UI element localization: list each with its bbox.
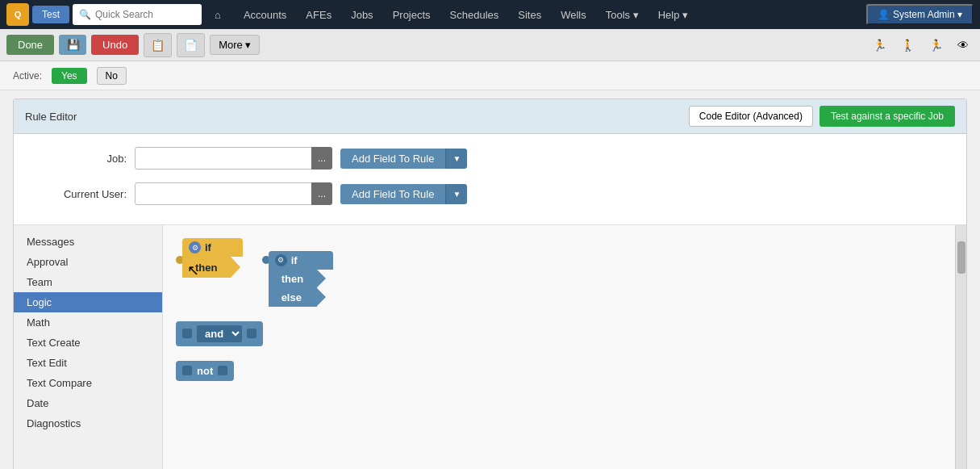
save-button[interactable]: 💾 [59,35,86,55]
test-tab[interactable]: Test [32,6,69,23]
category-logic[interactable]: Logic [14,292,162,312]
user-menu-button[interactable]: 👤 System Admin ▾ [866,4,974,25]
main-content: Rule Editor Code Editor (Advanced) Test … [0,90,980,469]
if-then-block-1[interactable]: ⚙ if then [176,238,243,278]
more-dropdown-button[interactable]: More ▾ [210,35,260,55]
active-label: Active: [13,70,42,82]
and-left-connector [182,329,192,338]
current-user-field-row: Current User: ... Add Field To Rule ▼ [30,182,950,205]
job-field-row: Job: ... Add Field To Rule ▼ [30,147,950,170]
nav-link-jobs[interactable]: Jobs [341,0,382,29]
and-select[interactable]: and or [197,325,242,342]
nav-link-accounts[interactable]: Accounts [234,0,296,29]
chevron-down-icon-2: ▼ [452,190,461,199]
save-icon: 💾 [67,39,80,51]
eye-icon: 👁 [957,39,969,52]
then-text-2: then [281,273,303,285]
and-right-connector [247,329,256,338]
test-job-button[interactable]: Test against a specific Job [819,106,955,127]
and-block[interactable]: and or [176,321,942,346]
category-text-create[interactable]: Text Create [14,333,162,353]
chevron-down-icon: ▼ [452,154,461,163]
block-editor-area: Messages Approval Team Logic Math Text C… [14,224,966,469]
paste-button[interactable]: 📄 [177,33,205,57]
nav-link-sites[interactable]: Sites [508,0,551,29]
active-yes-button[interactable]: Yes [52,68,87,84]
app-logo[interactable]: Q [6,3,29,26]
toolbar-icon-btn-1[interactable]: 🏃 [868,35,891,55]
gear-icon-1: ⚙ [189,241,201,253]
category-team[interactable]: Team [14,272,162,292]
category-text-compare[interactable]: Text Compare [14,373,162,393]
scrollbar-thumb[interactable] [957,241,965,274]
done-button[interactable]: Done [6,35,54,55]
category-math[interactable]: Math [14,312,162,333]
current-user-input-group: ... [135,182,332,205]
job-add-field-dropdown[interactable]: ▼ [445,149,467,169]
paste-icon: 📄 [184,39,198,52]
runner-icon-1: 🏃 [873,39,886,52]
job-input-group: ... [135,147,332,170]
category-approval[interactable]: Approval [14,252,162,272]
toolbar: Done 💾 Undo 📋 📄 More ▾ 🏃 🚶 🏃 👁 [0,29,980,61]
top-navigation: Q Test 🔍 ⌂ Accounts AFEs Jobs Projects S… [0,0,980,29]
gear-icon-2: ⚙ [275,254,287,266]
runner-icon-2: 🚶 [901,39,915,52]
fields-section: Job: ... Add Field To Rule ▼ Current Use… [14,134,966,224]
current-user-dots-button[interactable]: ... [311,182,332,205]
rule-editor-panel: Rule Editor Code Editor (Advanced) Test … [13,98,967,469]
else-text: else [281,291,302,304]
nav-link-help[interactable]: Help ▾ [648,0,698,29]
current-user-add-field-dropdown[interactable]: ▼ [445,184,467,204]
nav-right: 👤 System Admin ▾ [866,4,974,25]
current-user-add-field-button[interactable]: Add Field To Rule [340,184,445,204]
category-date[interactable]: Date [14,393,162,413]
category-messages[interactable]: Messages [14,232,162,252]
current-user-add-field-group: Add Field To Rule ▼ [340,184,467,204]
job-add-field-group: Add Field To Rule ▼ [340,149,467,169]
current-user-label: Current User: [30,188,127,200]
if-then-else-block[interactable]: ⚙ if then [262,251,333,307]
toolbar-icon-btn-3[interactable]: 🏃 [924,35,948,55]
not-left-connector [182,366,192,375]
nav-links: Accounts AFEs Jobs Projects Schedules Si… [234,0,863,29]
rule-editor-header: Rule Editor Code Editor (Advanced) Test … [14,99,966,134]
copy-button[interactable]: 📋 [144,33,172,57]
copy-icon: 📋 [151,39,165,52]
nav-link-tools[interactable]: Tools ▾ [596,0,648,29]
rule-editor-title: Rule Editor [25,111,77,123]
job-add-field-button[interactable]: Add Field To Rule [340,149,445,169]
toolbar-icon-btn-2[interactable]: 🚶 [896,35,920,55]
rule-editor-buttons: Code Editor (Advanced) Test against a sp… [689,106,955,127]
runner-icon-3: 🏃 [929,39,943,52]
category-diagnostics[interactable]: Diagnostics [14,413,162,433]
job-field-label: Job: [30,153,127,165]
job-dots-button[interactable]: ... [311,147,332,170]
code-editor-button[interactable]: Code Editor (Advanced) [689,106,813,127]
nav-link-wells[interactable]: Wells [551,0,596,29]
not-block[interactable]: not [176,361,942,381]
home-icon: ⌂ [215,9,221,21]
scrollbar[interactable] [955,225,966,469]
job-input[interactable] [135,147,312,170]
if-text-1: if [205,241,211,253]
user-icon: 👤 [878,9,890,20]
block-canvas: ⚙ if then [163,225,955,469]
nav-link-afes[interactable]: AFEs [296,0,341,29]
if-text-2: if [291,254,298,266]
block-sidebar: Messages Approval Team Logic Math Text C… [14,225,163,469]
search-icon: 🔍 [79,9,91,20]
toolbar-icon-btn-4[interactable]: 👁 [953,35,974,55]
active-bar: Active: Yes No [0,61,980,90]
current-user-input[interactable] [135,182,312,205]
search-wrapper: 🔍 [73,4,202,25]
undo-button[interactable]: Undo [91,35,139,55]
not-right-connector [218,366,227,375]
search-input[interactable] [73,4,202,25]
active-no-button[interactable]: No [97,67,127,85]
category-text-edit[interactable]: Text Edit [14,353,162,373]
nav-link-projects[interactable]: Projects [383,0,440,29]
then-text-1: then [195,262,217,274]
nav-link-schedules[interactable]: Schedules [440,0,509,29]
home-nav-link[interactable]: ⌂ [205,0,231,29]
